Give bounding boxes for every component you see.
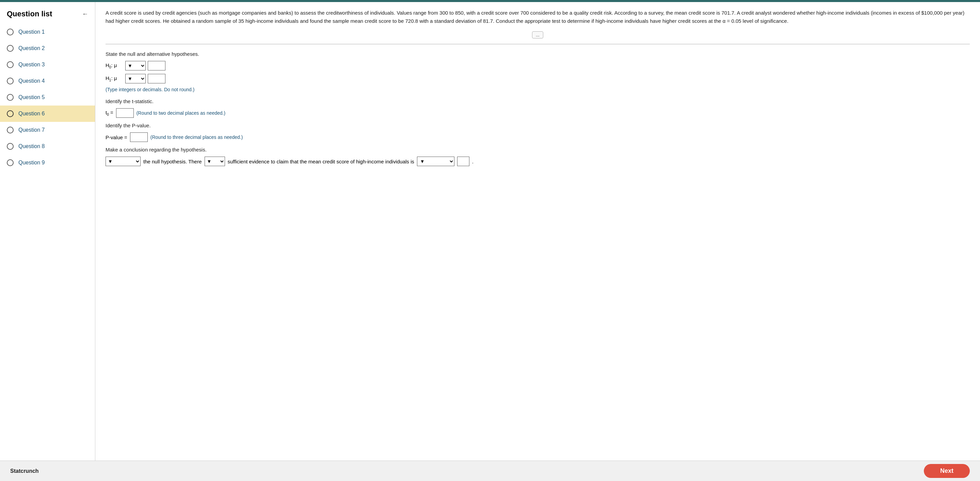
next-button[interactable]: Next [924, 464, 970, 478]
sidebar-title-text: Question list [7, 10, 52, 18]
h0-value-input[interactable] [148, 61, 165, 70]
h1-value-input[interactable] [148, 74, 165, 83]
hypothesis-hint: (Type integers or decimals. Do not round… [105, 87, 970, 92]
sidebar-item-label-1: Question 1 [18, 29, 45, 35]
pvalue-equals-label: P-value = [105, 134, 127, 140]
h0-label: H0: μ [105, 62, 123, 69]
h1-sub: 1 [109, 78, 111, 82]
t0-sub: 0 [107, 113, 109, 116]
radio-circle-8 [7, 143, 14, 150]
sidebar-item-1[interactable]: Question 1 [0, 24, 95, 40]
radio-circle-7 [7, 127, 14, 134]
h0-operator-select[interactable]: ▼ = ≠ < > ≤ ≥ [125, 61, 146, 70]
h0-row: H0: μ ▼ = ≠ < > ≤ ≥ [105, 61, 970, 70]
sidebar-item-6[interactable]: Question 6 [0, 105, 95, 122]
h1-operator-select[interactable]: ▼ = ≠ < > ≤ ≥ [125, 74, 146, 83]
sidebar-item-3[interactable]: Question 3 [0, 56, 95, 73]
sidebar-collapse-button[interactable]: ← [82, 11, 88, 18]
tstat-hint: (Round to two decimal places as needed.) [137, 110, 225, 116]
sidebar-item-label-5: Question 5 [18, 94, 45, 100]
sidebar-item-label-2: Question 2 [18, 45, 45, 51]
pvalue-input[interactable] [130, 132, 148, 142]
sidebar-title: Question list ← [0, 6, 95, 24]
conclusion-comparison-select[interactable]: ▼ greater than less than equal to not eq… [417, 156, 454, 166]
tstat-row: t0 = (Round to two decimal places as nee… [105, 108, 970, 118]
question-text: A credit score is used by credit agencie… [105, 9, 970, 25]
radio-circle-4 [7, 78, 14, 84]
footer: Statcrunch Next [0, 460, 980, 481]
dots-button[interactable]: ... [532, 31, 543, 38]
conclusion-mid2: sufficient evidence to claim that the me… [228, 159, 414, 164]
tstat-input[interactable] [116, 108, 134, 118]
conclusion-action-select[interactable]: ▼ Reject Fail to reject [105, 156, 141, 166]
sidebar-item-label-4: Question 4 [18, 78, 45, 84]
radio-circle-6 [7, 110, 14, 117]
sidebar-item-4[interactable]: Question 4 [0, 73, 95, 89]
state-hypotheses-label: State the null and alternative hypothese… [105, 51, 970, 57]
conclusion-row: ▼ Reject Fail to reject the null hypothe… [105, 156, 970, 166]
pvalue-label: Identify the P-value. [105, 123, 970, 128]
pvalue-row: P-value = (Round to three decimal places… [105, 132, 970, 142]
sidebar-item-label-8: Question 8 [18, 143, 45, 150]
footer-brand: Statcrunch [10, 468, 39, 474]
radio-circle-9 [7, 159, 14, 166]
radio-circle-2 [7, 45, 14, 52]
main-layout: Question list ← Question 1 Question 2 Qu… [0, 2, 980, 460]
sidebar-item-5[interactable]: Question 5 [0, 89, 95, 105]
dots-row: ... [105, 31, 970, 38]
radio-circle-3 [7, 61, 14, 68]
h1-label: H1: μ [105, 75, 123, 82]
conclusion-evidence-select[interactable]: ▼ is is not [205, 156, 225, 166]
t0-label: t0 = [105, 110, 113, 116]
sidebar-item-7[interactable]: Question 7 [0, 122, 95, 138]
tstat-label: Identify the t-statistic. [105, 99, 970, 104]
sidebar-item-label-3: Question 3 [18, 62, 45, 68]
sidebar-item-label-7: Question 7 [18, 127, 45, 133]
content-area: A credit score is used by credit agencie… [95, 2, 980, 460]
sidebar-item-8[interactable]: Question 8 [0, 138, 95, 154]
conclusion-end: . [472, 159, 474, 164]
radio-circle-5 [7, 94, 14, 101]
conclusion-mid1: the null hypothesis. There [143, 159, 202, 164]
sidebar-item-label-9: Question 9 [18, 160, 45, 166]
sidebar-item-label-6: Question 6 [18, 111, 45, 117]
sidebar-item-9[interactable]: Question 9 [0, 154, 95, 171]
divider [105, 44, 970, 44]
h0-sub: 0 [109, 65, 111, 69]
conclusion-section-label: Make a conclusion regarding the hypothes… [105, 147, 970, 153]
sidebar: Question list ← Question 1 Question 2 Qu… [0, 2, 95, 460]
conclusion-value-input[interactable] [457, 156, 469, 166]
radio-circle-1 [7, 29, 14, 35]
h1-row: H1: μ ▼ = ≠ < > ≤ ≥ [105, 74, 970, 83]
sidebar-item-2[interactable]: Question 2 [0, 40, 95, 56]
pvalue-hint: (Round to three decimal places as needed… [150, 134, 243, 140]
